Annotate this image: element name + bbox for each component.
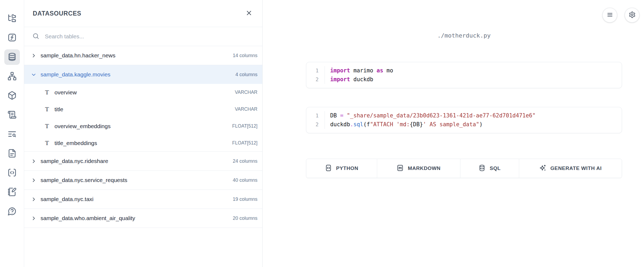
sidebar-dependency-graph-button[interactable] — [4, 69, 20, 84]
generate-with-ai-button[interactable]: GENERATE WITH AI — [519, 159, 622, 178]
code-line: 2import duckdb — [306, 75, 622, 84]
network-icon — [8, 72, 17, 81]
button-label: SQL — [490, 165, 501, 171]
add-sql-cell-button[interactable]: SQL — [460, 159, 519, 178]
datasources-panel: DATASOURCES sample_data.hn.hacker_news 1… — [24, 0, 263, 267]
app-window: DATASOURCES sample_data.hn.hacker_news 1… — [0, 0, 644, 267]
table-columns-count: 4 columns — [235, 72, 257, 77]
add-markdown-cell-button[interactable]: MARKDOWN — [377, 159, 460, 178]
chevron-down-icon — [31, 72, 36, 77]
column-type: VARCHAR — [235, 90, 257, 95]
line-number: 1 — [306, 111, 325, 120]
database-icon — [478, 164, 486, 172]
chevron-right-icon — [31, 178, 36, 183]
text-type-icon: T — [44, 123, 50, 130]
table-row-kaggle-movies[interactable]: sample_data.kaggle.movies 4 columns — [24, 65, 262, 84]
sidebar-scratchpad-button[interactable] — [4, 184, 20, 200]
scroll-text-icon — [8, 110, 17, 120]
button-label: MARKDOWN — [408, 165, 441, 171]
column-row-title[interactable]: T title VARCHAR — [24, 101, 262, 118]
table-name: sample_data.kaggle.movies — [41, 71, 110, 78]
search-icon — [32, 32, 39, 41]
top-actions — [602, 8, 639, 23]
markdown-square-icon — [396, 164, 404, 172]
column-name: title — [54, 106, 63, 113]
line-number: 1 — [306, 66, 325, 75]
chevron-right-icon — [31, 53, 36, 58]
code-line: 1import marimo as mo — [306, 66, 622, 75]
table-row-hacker-news[interactable]: sample_data.hn.hacker_news 14 columns — [24, 46, 262, 65]
column-row-overview[interactable]: T overview VARCHAR — [24, 84, 262, 101]
sidebar-variables-button[interactable] — [4, 30, 20, 46]
line-number: 2 — [306, 75, 325, 84]
chevron-right-icon — [31, 159, 36, 164]
text-type-icon: T — [44, 106, 50, 113]
table-columns-count: 40 columns — [233, 177, 257, 183]
table-columns-count: 14 columns — [233, 53, 257, 58]
notebook-menu-button[interactable] — [602, 8, 617, 23]
close-panel-button[interactable] — [244, 8, 254, 18]
table-name: sample_data.nyc.service_requests — [41, 177, 127, 183]
chevron-right-icon — [31, 197, 36, 202]
notebook-content: ./motherduck.py 1import marimo as mo2imp… — [306, 32, 622, 178]
column-name: title_embeddings — [54, 140, 97, 146]
table-name: sample_data.who.ambient_air_quality — [41, 215, 135, 221]
code-line: 1DB = "_share/sample_data/23b0d623-1361-… — [306, 111, 622, 120]
text-type-icon: T — [44, 89, 50, 96]
line-number: 2 — [306, 120, 325, 129]
help-bubble-icon — [8, 207, 17, 217]
settings-button[interactable] — [625, 8, 639, 23]
table-row-service-requests[interactable]: sample_data.nyc.service_requests 40 colu… — [24, 171, 262, 190]
hamburger-menu-icon — [606, 11, 613, 19]
notebook-pen-icon — [8, 187, 17, 197]
snippets-icon — [8, 168, 17, 178]
column-list: T overview VARCHAR T title VARCHAR T ove… — [24, 84, 262, 152]
x-icon — [245, 9, 253, 17]
code-line: 2duckdb.sql(f"ATTACH 'md:{DB}' AS sample… — [306, 120, 622, 129]
notebook-filename[interactable]: ./motherduck.py — [306, 32, 622, 39]
sidebar-logs-button[interactable] — [4, 127, 20, 142]
table-name: sample_data.hn.hacker_news — [41, 52, 115, 59]
database-icon — [8, 52, 17, 62]
box-icon — [8, 91, 17, 101]
column-type: VARCHAR — [235, 106, 257, 112]
tables-list: sample_data.hn.hacker_news 14 columns sa… — [24, 46, 262, 267]
sparkles-icon — [539, 164, 546, 172]
sidebar-icon-rail — [0, 0, 24, 267]
add-python-cell-button[interactable]: PYTHON — [306, 159, 377, 178]
sidebar-help-button[interactable] — [4, 204, 20, 219]
gear-icon — [629, 11, 636, 19]
sidebar-datasources-button[interactable] — [4, 49, 20, 65]
text-type-icon: T — [44, 139, 50, 147]
button-label: GENERATE WITH AI — [550, 165, 602, 171]
column-row-overview-embeddings[interactable]: T overview_embeddings FLOAT[512] — [24, 118, 262, 135]
column-name: overview_embeddings — [54, 123, 111, 129]
table-columns-count: 20 columns — [233, 216, 257, 221]
table-columns-count: 19 columns — [233, 196, 257, 202]
sidebar-outline-button[interactable] — [4, 107, 20, 123]
code-text: import duckdb — [325, 75, 373, 84]
table-row-ambient-air-quality[interactable]: sample_data.who.ambient_air_quality 20 c… — [24, 209, 262, 228]
column-type: FLOAT[512] — [232, 140, 257, 146]
search-tables-input[interactable] — [45, 33, 254, 40]
button-label: PYTHON — [336, 165, 358, 171]
table-name: sample_data.nyc.rideshare — [41, 158, 108, 164]
chevron-right-icon — [31, 216, 36, 221]
code-cell-attach-db[interactable]: 1DB = "_share/sample_data/23b0d623-1361-… — [306, 107, 622, 133]
code-text: DB = "_share/sample_data/23b0d623-1361-4… — [325, 111, 536, 120]
column-row-title-embeddings[interactable]: T title_embeddings FLOAT[512] — [24, 135, 262, 151]
table-row-rideshare[interactable]: sample_data.nyc.rideshare 24 columns — [24, 152, 262, 171]
panel-header: DATASOURCES — [24, 0, 262, 27]
search-row — [24, 27, 262, 46]
column-name: overview — [54, 89, 77, 96]
table-name: sample_data.nyc.taxi — [41, 196, 93, 202]
code-cell-imports[interactable]: 1import marimo as mo2import duckdb — [306, 62, 622, 88]
add-cell-button-group: PYTHON MARKDOWN SQL GENERATE WITH AI — [306, 159, 622, 178]
sidebar-file-explorer-button[interactable] — [4, 11, 20, 26]
sidebar-packages-button[interactable] — [4, 88, 20, 103]
sidebar-snippets-button[interactable] — [4, 165, 20, 181]
table-row-taxi[interactable]: sample_data.nyc.taxi 19 columns — [24, 190, 262, 209]
function-square-icon — [8, 33, 17, 43]
code-square-icon — [325, 164, 332, 172]
sidebar-documentation-button[interactable] — [4, 146, 20, 161]
